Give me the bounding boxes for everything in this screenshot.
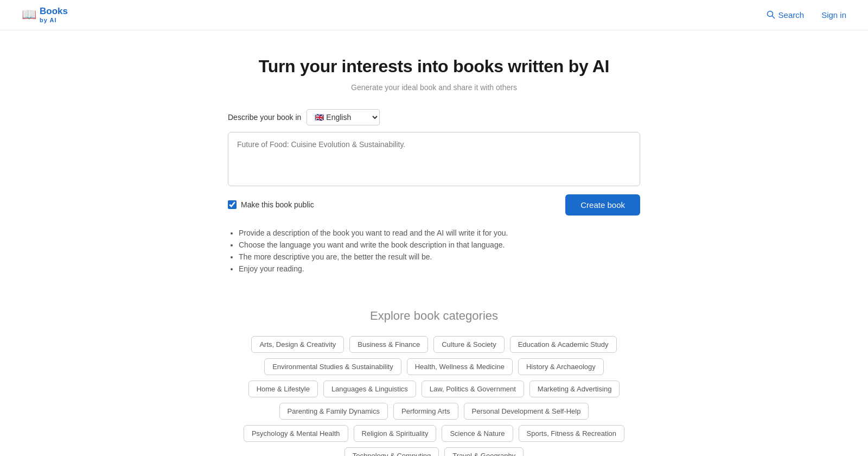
categories-section: Explore book categories Arts, Design & C… — [217, 298, 651, 456]
book-icon: 📖 — [22, 8, 36, 22]
category-tag[interactable]: Education & Academic Study — [510, 336, 617, 353]
category-tag[interactable]: Languages & Linguistics — [323, 381, 416, 397]
hero-subtitle: Generate your ideal book and share it wi… — [228, 83, 640, 92]
hint-item: Provide a description of the book you wa… — [239, 229, 640, 237]
category-tag[interactable]: Sports, Fitness & Recreation — [519, 425, 624, 442]
category-tag[interactable]: Science & Nature — [442, 425, 513, 442]
category-tag[interactable]: Technology & Computing — [344, 447, 439, 456]
search-icon — [767, 10, 775, 19]
category-tag[interactable]: Business & Finance — [349, 336, 428, 353]
language-select[interactable]: 🇬🇧 English 🇪🇸 Spanish 🇫🇷 French 🇩🇪 Germa… — [307, 109, 380, 125]
hint-item: Choose the language you want and write t… — [239, 240, 640, 249]
logo-books-text: Books — [40, 7, 68, 17]
hints-list: Provide a description of the book you wa… — [228, 229, 640, 273]
categories-container: Arts, Design & CreativityBusiness & Fina… — [228, 336, 640, 456]
category-tag[interactable]: Parenting & Family Dynamics — [279, 403, 388, 420]
category-tag[interactable]: History & Archaeology — [518, 358, 604, 375]
hint-item: Enjoy your reading. — [239, 264, 640, 273]
public-checkbox-label[interactable]: Make this book public — [228, 200, 314, 209]
category-tag[interactable]: Health, Wellness & Medicine — [407, 358, 513, 375]
hint-item: The more descriptive you are, the better… — [239, 252, 640, 261]
category-tag[interactable]: Marketing & Advertising — [529, 381, 620, 397]
categories-title: Explore book categories — [228, 309, 640, 323]
public-label-text: Make this book public — [241, 200, 314, 209]
category-tag[interactable]: Home & Lifestyle — [248, 381, 318, 397]
action-row: Make this book public Create book — [228, 194, 640, 216]
hero-title: Turn your interests into books written b… — [228, 56, 640, 77]
logo-byai-text: by AI — [40, 17, 68, 23]
logo[interactable]: 📖 Books by AI — [22, 7, 68, 23]
language-row: Describe your book in 🇬🇧 English 🇪🇸 Span… — [228, 109, 640, 125]
sign-in-link[interactable]: Sign in — [821, 10, 846, 20]
search-label: Search — [778, 10, 805, 20]
category-tag[interactable]: Law, Politics & Government — [422, 381, 524, 397]
svg-line-1 — [772, 16, 774, 18]
category-tag[interactable]: Arts, Design & Creativity — [251, 336, 344, 353]
category-tag[interactable]: Personal Development & Self-Help — [464, 403, 589, 420]
category-tag[interactable]: Performing Arts — [393, 403, 458, 420]
header: 📖 Books by AI Search Sign in — [0, 0, 868, 30]
category-tag[interactable]: Religion & Spirituality — [354, 425, 437, 442]
book-description-textarea[interactable] — [228, 132, 640, 186]
header-nav: Search Sign in — [767, 10, 846, 20]
public-checkbox[interactable] — [228, 200, 237, 209]
describe-label: Describe your book in — [228, 113, 301, 122]
search-link[interactable]: Search — [767, 10, 805, 20]
category-tag[interactable]: Psychology & Mental Health — [244, 425, 348, 442]
category-tag[interactable]: Culture & Society — [433, 336, 504, 353]
main-content: Turn your interests into books written b… — [217, 30, 651, 298]
category-tag[interactable]: Environmental Studies & Sustainability — [264, 358, 401, 375]
create-book-button[interactable]: Create book — [565, 194, 640, 216]
book-form: Describe your book in 🇬🇧 English 🇪🇸 Span… — [228, 109, 640, 216]
category-tag[interactable]: Travel & Geography — [444, 447, 524, 456]
